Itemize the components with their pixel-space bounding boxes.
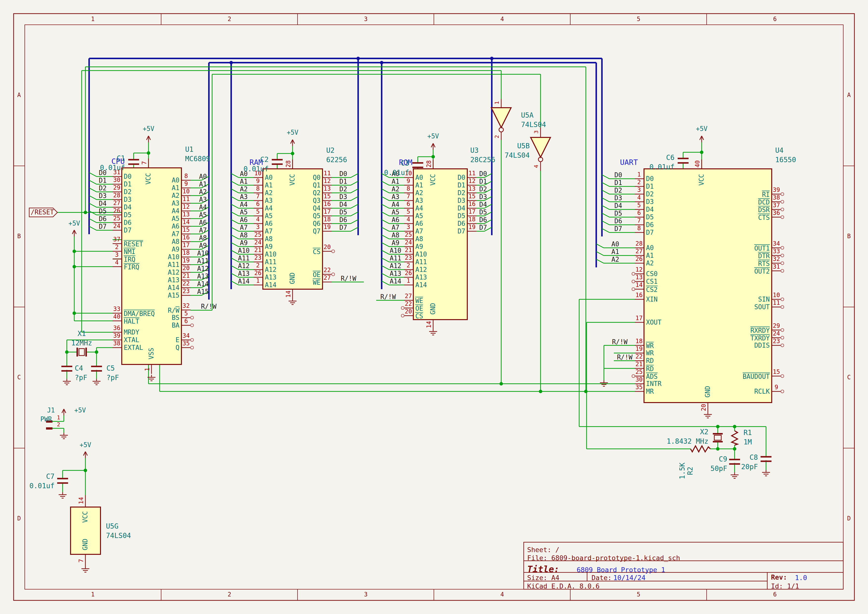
passive-value-C5[interactable]: ?pF [107, 374, 119, 381]
bus-entry[interactable] [382, 197, 389, 200]
passive-reference-C3[interactable]: C3 [401, 160, 409, 167]
gate-reference-U5A[interactable]: U5A [521, 112, 534, 119]
bus-entry[interactable] [602, 190, 609, 194]
bus-entry[interactable] [596, 251, 604, 256]
bus-entry[interactable] [351, 204, 358, 208]
bus-entry[interactable] [351, 181, 358, 185]
bus-entry[interactable] [602, 198, 609, 202]
bus-entry[interactable] [602, 221, 609, 225]
bus-entry[interactable] [602, 213, 609, 217]
passive-reference-C1[interactable]: C1 [116, 155, 125, 162]
gate-reference-U5B[interactable]: U5B [517, 143, 530, 150]
passive-value-U5G[interactable]: 74LS04 [106, 532, 131, 539]
passive-value-C8[interactable]: 20pF [741, 463, 758, 470]
bus-entry[interactable] [382, 281, 389, 285]
passive-value-C2[interactable]: 0.01uf [243, 165, 268, 172]
bus-entry[interactable] [89, 172, 96, 177]
bus-entry[interactable] [351, 220, 358, 223]
inverter-u5b[interactable] [531, 127, 550, 171]
ic-value-U2[interactable]: 62256 [326, 156, 347, 163]
gate-value-U5A[interactable]: 74LS04 [521, 121, 546, 128]
bus-entry[interactable] [382, 273, 389, 277]
bus-entry[interactable] [231, 258, 239, 262]
bus-entry[interactable] [231, 197, 239, 200]
bus-entry[interactable] [89, 211, 96, 215]
bus-entry[interactable] [351, 212, 358, 216]
bus-entry[interactable] [89, 226, 96, 230]
title-block-rev[interactable]: 1.0 [795, 574, 807, 581]
ic-value-U4[interactable]: 16550 [775, 156, 796, 163]
passive-reference-C5[interactable]: C5 [107, 365, 115, 372]
passive-value-C7[interactable]: 0.01uf [29, 482, 54, 490]
passive-reference-C9[interactable]: C9 [719, 456, 727, 463]
bus-entry[interactable] [89, 195, 96, 200]
bus-entry[interactable] [231, 174, 239, 178]
ic-reference-U3[interactable]: U3 [470, 147, 479, 154]
passive-value-X2[interactable]: 1.8432 MHz [666, 438, 708, 445]
passive-reference-C7[interactable]: C7 [46, 473, 54, 480]
ic-value-U3[interactable]: 28C256 [470, 156, 495, 163]
bus-entry[interactable] [231, 181, 239, 185]
bus-entry[interactable] [382, 250, 389, 254]
bus-entry[interactable] [89, 180, 96, 184]
gate-value-U5B[interactable]: 74LS04 [505, 152, 530, 159]
ic-func-label-U4[interactable]: UART [620, 158, 638, 166]
bus-entry[interactable] [231, 212, 239, 216]
title-block-title[interactable]: 6809 Board Prototype 1 [577, 566, 665, 574]
bus-entry[interactable] [231, 227, 239, 231]
passive-reference-C2[interactable]: C2 [260, 156, 268, 163]
passive-value-C1[interactable]: 0.01uf [100, 164, 125, 171]
passive-value-C9[interactable]: 50pF [711, 465, 727, 472]
title-block-date[interactable]: 10/14/24 [613, 574, 645, 581]
bus-entry[interactable] [382, 189, 389, 193]
bus-entry[interactable] [602, 228, 609, 233]
bus-entry[interactable] [231, 281, 239, 285]
bus-entry[interactable] [382, 204, 389, 208]
bus-entry[interactable] [351, 197, 358, 200]
bus-entry[interactable] [382, 266, 389, 270]
bus-entry[interactable] [382, 243, 389, 247]
bus-entry[interactable] [602, 175, 609, 179]
passive-reference-R2[interactable]: R2 [687, 467, 694, 475]
passive-reference-C4[interactable]: C4 [75, 365, 83, 372]
bus-entry[interactable] [231, 273, 239, 277]
bus-entry[interactable] [382, 220, 389, 223]
inverter-u5a[interactable] [491, 99, 511, 140]
passive-value-C6[interactable]: 0.01uf [649, 163, 674, 171]
passive-value-R1[interactable]: 1M [744, 439, 752, 446]
passive-reference-X1[interactable]: X1 [78, 330, 86, 337]
bus-entry[interactable] [231, 204, 239, 208]
passive-reference-C6[interactable]: C6 [666, 154, 674, 161]
passive-reference-U5G[interactable]: U5G [106, 523, 119, 530]
global-label-reset[interactable]: /RESET [31, 209, 54, 216]
resistor-r2[interactable] [691, 446, 710, 452]
schematic-canvas[interactable]: Sheet: / File: 6809-board-prototype-1.ki… [0, 0, 868, 614]
bus-entry[interactable] [231, 266, 239, 270]
bus-entry[interactable] [351, 189, 358, 193]
ic-reference-U2[interactable]: U2 [326, 147, 335, 154]
bus-entry[interactable] [231, 220, 239, 223]
passive-value-C4[interactable]: ?pF [75, 374, 87, 381]
bus-entry[interactable] [382, 235, 389, 239]
crystal-x2[interactable] [713, 434, 723, 442]
resistor-r1[interactable] [732, 431, 738, 445]
passive-reference-R1[interactable]: R1 [744, 429, 752, 436]
passive-reference-X2[interactable]: X2 [700, 428, 708, 436]
bus-entry[interactable] [596, 259, 604, 263]
bus-entry[interactable] [382, 258, 389, 262]
bus-entry[interactable] [231, 189, 239, 193]
bus-entry[interactable] [596, 244, 604, 248]
passive-value-C3[interactable]: 0.01uf [384, 169, 409, 176]
bus-entry[interactable] [382, 227, 389, 231]
bus-entry[interactable] [231, 243, 239, 247]
crystal-x1[interactable] [77, 347, 86, 357]
bus-entry[interactable] [89, 219, 96, 223]
bus-entry[interactable] [89, 203, 96, 207]
ic-reference-U1[interactable]: U1 [185, 146, 194, 153]
ic-value-U1[interactable]: MC6809 [185, 155, 210, 163]
bus-entry[interactable] [602, 206, 609, 209]
bus-entry[interactable] [231, 235, 239, 239]
bus-entry[interactable] [602, 183, 609, 186]
bus-entry[interactable] [231, 250, 239, 254]
passive-reference-C8[interactable]: C8 [749, 454, 758, 461]
